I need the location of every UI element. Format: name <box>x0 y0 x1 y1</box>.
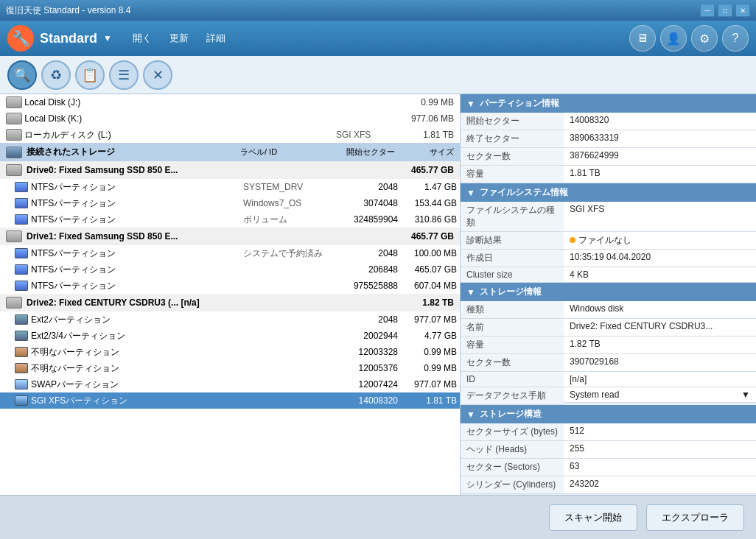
drive0-part3[interactable]: NTFSパーティション ボリューム 324859904 310.86 GB <box>0 211 460 228</box>
drive2-part6[interactable]: SGI XFSパーティション 14008320 1.81 TB <box>0 392 460 409</box>
drive2-part2[interactable]: Ext2/3/4パーティション 2002944 4.77 GB <box>0 328 460 344</box>
storage-id-row: ID [n/a] <box>461 372 756 387</box>
gear-icon-button[interactable]: ⚙ <box>691 25 718 52</box>
local-disk-l[interactable]: ローカルディスク (L:) SGI XFS 1.81 TB <box>0 127 460 143</box>
drive2-part3[interactable]: 不明なパーティション 12003328 0.99 MB <box>0 344 460 360</box>
drive1-part2[interactable]: NTFSパーティション 206848 465.07 GB <box>0 261 460 278</box>
drive0-part3-label: ボリューム <box>243 214 332 226</box>
storage-sectors-value: 3907029168 <box>564 354 756 372</box>
storage-name-row: 名前 Drive2: Fixed CENTURY CSDRU3... <box>461 319 756 337</box>
col-sector-header: 開始セクター <box>329 147 395 158</box>
menu-refresh[interactable]: 更新 <box>162 29 196 48</box>
fs-type-row: ファイルシステムの種類 SGI XFS <box>461 202 756 232</box>
drive2-part2-icon <box>15 331 28 341</box>
drive0-header[interactable]: Drive0: Fixed Samsung SSD 850 E... 465.7… <box>0 161 460 179</box>
fs-type-key: ファイルシステムの種類 <box>461 202 564 232</box>
drive1-part1-size: 100.00 MB <box>398 248 457 258</box>
drive1-part3-sector: 975525888 <box>332 281 398 291</box>
logo-icon: 🔧 <box>7 25 34 52</box>
partition-info-title: パーティション情報 <box>480 97 559 110</box>
drive2-part5[interactable]: SWAPパーティション 12007424 977.07 MB <box>0 376 460 392</box>
recover-toolbar-button[interactable]: ♻ <box>41 60 71 90</box>
maximize-button[interactable]: □ <box>718 4 732 17</box>
heads-row: ヘッド (Heads) 255 <box>461 441 756 459</box>
drive1-part2-icon <box>15 264 28 275</box>
drive1-part3-name: NTFSパーティション <box>31 280 116 292</box>
app-logo: 🔧 Standard ▼ <box>7 25 112 52</box>
drive0-part2-icon <box>15 198 28 208</box>
close-window-button[interactable]: ✕ <box>735 4 750 17</box>
bottom-bar: スキャン開始 エクスプローラ <box>0 495 756 539</box>
disk-icon-k <box>6 113 22 124</box>
drive2-part1-sector: 2048 <box>332 314 398 325</box>
drive0-part1[interactable]: NTFSパーティション SYSTEM_DRV 2048 1.47 GB <box>0 179 460 195</box>
explorer-button[interactable]: エクスプローラ <box>646 504 744 531</box>
storage-access-key: データアクセス手順 <box>461 387 564 405</box>
drive1-part3[interactable]: NTFSパーティション 975525888 607.04 MB <box>0 278 460 294</box>
storage-header-icon <box>6 147 22 158</box>
storage-access-dropdown-icon[interactable]: ▼ <box>741 390 750 400</box>
drive2-part4[interactable]: 不明なパーティション 12005376 0.99 MB <box>0 360 460 376</box>
drive0-part2[interactable]: NTFSパーティション Windows7_OS 3074048 153.44 G… <box>0 195 460 211</box>
minimize-button[interactable]: ─ <box>700 4 715 17</box>
drive1-name: Drive1: Fixed Samsung SSD 850 E... <box>27 231 178 242</box>
fs-diag-key: 診断結果 <box>461 232 564 250</box>
local-disk-k[interactable]: Local Disk (K:) 977.06 MB <box>0 110 460 127</box>
storage-access-row: データアクセス手順 System read ▼ <box>461 387 756 405</box>
storage-cap-value: 1.82 TB <box>564 337 756 354</box>
disk-k-size: 977.06 MB <box>395 113 454 124</box>
main-content: Local Disk (J:) 0.99 MB Local Disk (K:) … <box>0 94 756 495</box>
sectors-row: セクター (Sectors) 63 <box>461 459 756 476</box>
drive2-part1-name: Ext2パーティション <box>31 314 111 326</box>
menu-detail[interactable]: 詳細 <box>199 29 233 48</box>
fs-info-header: ▼ ファイルシステム情報 <box>461 183 756 202</box>
drive0-part1-sector: 2048 <box>332 182 398 192</box>
disk-l-size: 1.81 TB <box>395 130 454 140</box>
title-bar-controls: ─ □ ✕ <box>700 4 750 17</box>
drive0-part3-sector: 324859904 <box>332 214 398 225</box>
fs-date-value: 10:35:19 04.04.2020 <box>564 250 756 267</box>
drive1-part2-name: NTFSパーティション <box>31 264 116 276</box>
monitor-icon-button[interactable]: 🖥 <box>629 25 656 52</box>
drive1-part1-sector: 2048 <box>332 248 398 258</box>
drive2-part2-sector: 2002944 <box>332 331 398 341</box>
right-panel: ▼ パーティション情報 開始セクター 14008320 終了セクター 38906… <box>461 94 756 495</box>
scan-button[interactable]: スキャン開始 <box>549 504 637 531</box>
disk-j-size: 0.99 MB <box>395 97 454 108</box>
search-toolbar-button[interactable]: 🔍 <box>7 60 37 90</box>
menu-open[interactable]: 開く <box>125 29 159 48</box>
fs-cluster-row: Cluster size 4 KB <box>461 267 756 283</box>
fs-date-row: 作成日 10:35:19 04.04.2020 <box>461 250 756 267</box>
menu-bar: 🔧 Standard ▼ 開く 更新 詳細 🖥 👤 ⚙ ? <box>0 21 756 56</box>
disk-l-fs: SGI XFS <box>336 130 395 140</box>
partition-capacity-row: 容量 1.81 TB <box>461 166 756 183</box>
app-title: 復旧天使 Standard - version 8.4 <box>6 4 130 17</box>
drive1-part2-sector: 206848 <box>332 264 398 275</box>
drive0-part1-label: SYSTEM_DRV <box>243 182 332 192</box>
drive1-size: 465.77 GB <box>395 231 454 242</box>
drive2-header[interactable]: Drive2: Fixed CENTURY CSDRU3 (... [n/a] … <box>0 294 460 311</box>
list-toolbar-button[interactable]: ☰ <box>109 60 139 90</box>
close-toolbar-button[interactable]: ✕ <box>143 60 172 90</box>
header-icons: 🖥 👤 ⚙ ? <box>629 25 749 52</box>
drive0-part2-size: 153.44 GB <box>398 198 457 208</box>
partition-end-sector-row: 終了セクター 3890633319 <box>461 130 756 148</box>
drive1-header[interactable]: Drive1: Fixed Samsung SSD 850 E... 465.7… <box>0 228 460 245</box>
local-disk-j[interactable]: Local Disk (J:) 0.99 MB <box>0 94 460 110</box>
storage-structure-table: セクターサイズ (bytes) 512 ヘッド (Heads) 255 セクター… <box>461 423 756 494</box>
help-icon-button[interactable]: ? <box>722 25 749 52</box>
storage-access-text: System read <box>570 390 619 400</box>
partition-end-sector-key: 終了セクター <box>461 130 564 148</box>
menu-arrow: ▼ <box>103 33 112 43</box>
drive1-part1[interactable]: NTFSパーティション システムで予約済み 2048 100.00 MB <box>0 245 460 261</box>
storage-structure-triangle: ▼ <box>466 409 475 420</box>
storage-access-value[interactable]: System read ▼ <box>564 387 756 403</box>
partition-capacity-value: 1.81 TB <box>564 166 756 183</box>
copy-toolbar-button[interactable]: 📋 <box>75 60 105 90</box>
user-icon-button[interactable]: 👤 <box>660 25 687 52</box>
storage-name-key: 名前 <box>461 319 564 337</box>
partition-sector-count-row: セクター数 3876624999 <box>461 148 756 166</box>
disk-icon-l <box>6 129 22 141</box>
drive2-part1[interactable]: Ext2パーティション 2048 977.07 MB <box>0 311 460 328</box>
partition-sector-count-key: セクター数 <box>461 148 564 166</box>
